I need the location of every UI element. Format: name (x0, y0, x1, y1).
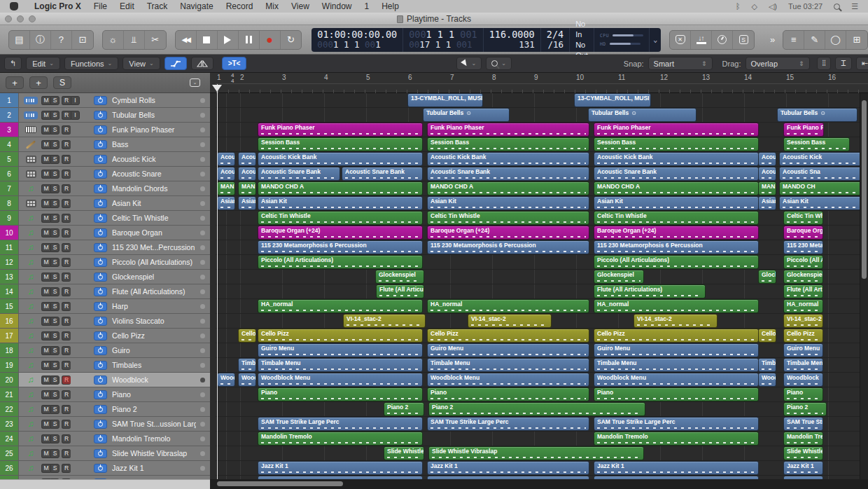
region[interactable]: 115 230 Metamorphosis 6 Percussion (258, 240, 423, 254)
loop-browser-button[interactable]: ◯ (825, 31, 846, 49)
region[interactable]: Celtic Tin Wh (783, 211, 823, 225)
region[interactable]: Timb (238, 358, 256, 372)
region[interactable]: 13-CYMBAL_ROLL, MUSI (574, 93, 651, 107)
region[interactable]: HA_normal (258, 299, 423, 313)
region[interactable]: Acoustic Snare Bank (594, 167, 759, 181)
lcd-display[interactable]: 01:00:00:00.00 0001 1 1 001 0001 1 1 001… (312, 28, 661, 52)
region[interactable]: Jazz Kit 1 (258, 461, 423, 475)
vertical-scrollbar-thumb[interactable] (862, 100, 867, 279)
track-header-19[interactable]: 19♫MSRTimbales (0, 358, 210, 373)
solo-button[interactable]: S (50, 434, 59, 443)
autopunch-button[interactable]: ↓↑ (691, 31, 712, 49)
region[interactable]: Piccolo (All A (783, 255, 823, 269)
region[interactable]: Funk Piano P (783, 123, 824, 137)
region[interactable]: Timbale Menu (258, 358, 423, 372)
region[interactable]: Woodblock Menu (594, 373, 759, 387)
record-arm-button[interactable]: R (62, 140, 71, 149)
solo-button[interactable]: S (50, 331, 59, 340)
solo-button[interactable]: S (50, 287, 59, 296)
region[interactable]: Guiro Menu (427, 343, 589, 357)
track-header-9[interactable]: 9♫MSRCeltic Tin Whistle (0, 211, 210, 226)
mute-button[interactable]: M (41, 346, 50, 355)
region[interactable]: Slide Whistle (783, 446, 823, 460)
input-monitor-button[interactable]: I (71, 111, 80, 120)
region[interactable]: Guiro Menu (594, 343, 759, 357)
region[interactable]: Acou (238, 167, 256, 181)
track-header-25[interactable]: 25♫MSRSlide Whistle Vibraslap (0, 446, 210, 461)
menu-item-navigate[interactable]: Navigate (174, 1, 219, 11)
region[interactable]: MANDO CHD A (258, 181, 423, 195)
record-arm-button[interactable]: R (62, 464, 71, 473)
track-power-button[interactable] (94, 111, 107, 120)
track-header-23[interactable]: 23♫MSRSAM True St...ussion Large (0, 417, 210, 432)
region[interactable]: Woodblock (783, 373, 823, 387)
region[interactable]: Acous (217, 167, 235, 181)
track-power-button[interactable] (94, 434, 107, 443)
region[interactable]: Asian (238, 196, 256, 210)
record-arm-button[interactable]: R (62, 449, 71, 458)
record-arm-button[interactable]: R (62, 96, 71, 105)
menu-item-mix[interactable]: Mix (259, 1, 285, 11)
region[interactable]: Funk Piano Phaser (594, 123, 759, 137)
region[interactable]: Piccolo (All Articulations) (258, 255, 423, 269)
quick-help-button[interactable]: ? (51, 31, 72, 49)
region[interactable]: Funk Piano Phaser (258, 123, 423, 137)
region[interactable]: Cello Pizz (783, 329, 823, 343)
record-arm-button[interactable]: R (62, 199, 71, 208)
region[interactable]: Tubular Bells⊙ (777, 108, 858, 122)
track-power-button[interactable] (94, 243, 107, 252)
region[interactable]: Piano 2 (783, 402, 827, 416)
region[interactable]: Piano (594, 387, 759, 401)
region[interactable]: Jazz Kit 1 (427, 461, 589, 475)
mute-button[interactable]: M (41, 331, 50, 340)
region[interactable]: 13-CYMBAL_ROLL, MUSI (407, 93, 483, 107)
solo-button[interactable]: S (50, 376, 59, 385)
region[interactable]: Piano (258, 387, 423, 401)
lcd-time-position[interactable]: 01:00:00:00.00 0001 1 1 001 (312, 28, 403, 52)
record-arm-button[interactable]: R (62, 170, 71, 179)
mute-button[interactable]: M (41, 125, 50, 135)
region[interactable]: Tubular Bells⊙ (423, 108, 510, 122)
menu-item-view[interactable]: View (285, 1, 316, 11)
back-arrow-button[interactable]: ↰ (4, 57, 22, 70)
drag-select[interactable]: Overlap⇕ (746, 57, 810, 70)
record-arm-button[interactable]: R (62, 434, 71, 443)
track-header-26[interactable]: 26♫MSRJazz Kit 1 (0, 461, 210, 476)
track-power-button[interactable] (94, 317, 107, 326)
region[interactable]: Baroque Organ (+24) (427, 226, 589, 240)
track-power-button[interactable] (94, 361, 107, 370)
track-header-2[interactable]: 2MSRITubular Bells (0, 108, 210, 123)
region[interactable]: VI-14_stac-2 (634, 314, 718, 328)
region[interactable]: Cello Pizz (427, 329, 589, 343)
track-header-10[interactable]: 10♫MSRBaroque Organ (0, 226, 210, 240)
track-power-button[interactable] (94, 199, 107, 208)
record-arm-button[interactable]: R (62, 390, 71, 399)
snap-select[interactable]: Smart⇕ (648, 57, 713, 70)
solo-button[interactable]: S (50, 184, 59, 193)
solo-button[interactable]: S (50, 390, 59, 399)
flex-button[interactable]: >T< (222, 57, 247, 70)
region[interactable]: Acous (217, 152, 235, 166)
region[interactable]: Flute (All Articul (376, 284, 424, 298)
notification-center-icon[interactable]: ☰ (846, 2, 864, 11)
region[interactable]: Slide Whistle Vibraslap (428, 446, 644, 460)
track-header-15[interactable]: 15♫MSRHarp (0, 299, 210, 314)
record-arm-button[interactable]: R (62, 184, 71, 193)
region[interactable]: Acou (238, 152, 256, 166)
record-arm-button[interactable]: R (62, 155, 71, 164)
mute-button[interactable]: M (41, 96, 50, 105)
record-arm-button[interactable]: R (62, 317, 71, 326)
region[interactable]: Acoustic Kick Bank (427, 152, 589, 166)
lcd-tempo[interactable]: 116.0000 131 (484, 28, 541, 52)
track-power-button[interactable] (94, 140, 107, 149)
region[interactable]: VI-14_stac-2 (343, 314, 426, 328)
mute-button[interactable]: M (41, 287, 50, 296)
region[interactable]: Piano 2 (384, 402, 424, 416)
region[interactable]: SAM True Str (783, 417, 823, 431)
record-arm-button[interactable]: R (62, 273, 71, 282)
record-arm-button[interactable]: R (62, 228, 71, 237)
volume-icon[interactable]: ◁) (763, 2, 783, 11)
media-browser-button[interactable]: ⊞ (846, 31, 867, 49)
waveform-zoom-button[interactable]: ⦙⦙ (817, 57, 832, 70)
record-arm-button[interactable]: R (62, 287, 71, 296)
